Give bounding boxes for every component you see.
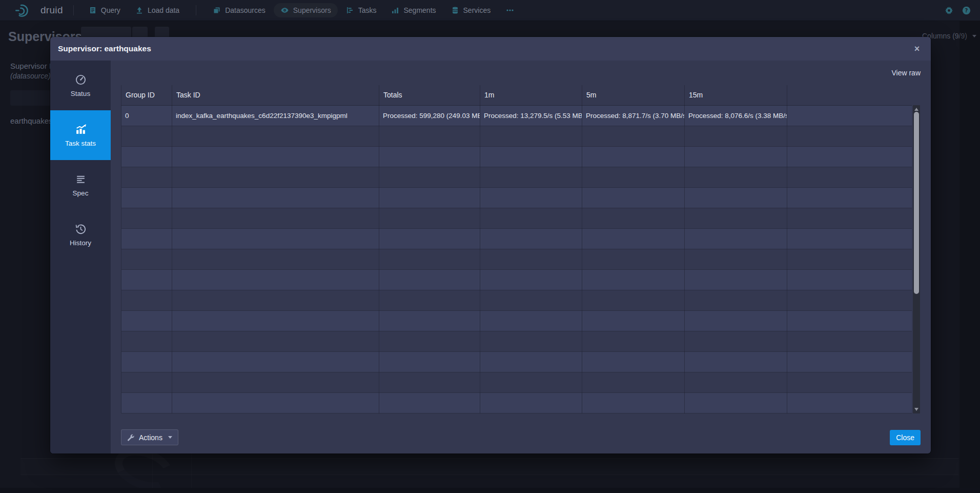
cell-empty: [480, 187, 582, 208]
cell-empty: [582, 167, 685, 187]
tab-task-stats[interactable]: Task stats: [50, 110, 111, 160]
nav-items: QueryLoad dataDatasourcesSupervisorsTask…: [82, 3, 521, 17]
cell-empty: [787, 126, 912, 146]
cell-empty: [685, 351, 787, 372]
cell-empty: [685, 372, 787, 392]
table-row-empty: [121, 208, 912, 228]
query-icon: [89, 6, 97, 14]
close-button[interactable]: Close: [890, 430, 921, 445]
cell-group-id: 0: [121, 105, 172, 126]
column-header-filler: [787, 85, 912, 105]
cell-empty: [379, 290, 480, 310]
bg-row-line: [21, 475, 958, 475]
cell-empty: [685, 269, 787, 290]
bg-right-edge: [959, 21, 980, 493]
cell-empty: [685, 331, 787, 351]
cell-empty: [582, 351, 685, 372]
table-row: 0index_kafka_earthquakes_c6d22f2137390e3…: [121, 105, 912, 126]
column-header-5m[interactable]: 5m: [582, 85, 685, 105]
nav-item-services[interactable]: Services: [444, 3, 498, 17]
cell-empty: [787, 187, 912, 208]
bg-toolbar-button[interactable]: [155, 27, 169, 38]
datasources-icon: [213, 6, 221, 14]
tab-status[interactable]: Status: [50, 61, 111, 110]
vertical-scrollbar[interactable]: [913, 105, 920, 413]
cell-empty: [787, 146, 912, 167]
view-raw-link[interactable]: View raw: [891, 69, 921, 77]
column-header-task-id[interactable]: Task ID: [172, 85, 379, 105]
cell-empty: [787, 331, 912, 351]
cell-empty: [379, 310, 480, 331]
cell-empty: [172, 187, 379, 208]
bg-table-row: [21, 458, 958, 475]
cell-empty: [379, 372, 480, 392]
cell-empty: [787, 392, 912, 413]
cell-empty: [685, 208, 787, 228]
scroll-up-arrow-icon[interactable]: [914, 108, 918, 111]
dialog-sidebar: StatusTask statsSpecHistory: [50, 61, 111, 453]
bg-column-line: [152, 453, 153, 488]
cell-5m: Processed: 8,871.7/s (3.70 MB/s): [582, 105, 685, 126]
cell-empty: [172, 269, 379, 290]
tab-label: Status: [71, 90, 90, 97]
cell-empty: [685, 310, 787, 331]
tasks-icon: [346, 6, 354, 14]
cell-empty: [582, 310, 685, 331]
table-row-empty: [121, 167, 912, 187]
cell-empty: [121, 208, 172, 228]
bg-toolbar-button[interactable]: [81, 27, 131, 38]
column-header-totals[interactable]: Totals: [379, 85, 480, 105]
scroll-down-arrow-icon[interactable]: [914, 408, 918, 411]
table-row-empty: [121, 249, 912, 269]
cell-empty: [480, 167, 582, 187]
tab-label: History: [70, 239, 91, 247]
cell-empty: [582, 290, 685, 310]
druid-logo[interactable]: druid: [14, 3, 63, 17]
column-header-15m[interactable]: 15m: [685, 85, 787, 105]
cell-empty: [121, 249, 172, 269]
nav-item-segments[interactable]: Segments: [384, 3, 442, 17]
table-row-empty: [121, 146, 912, 167]
nav-item-load-data[interactable]: Load data: [129, 3, 186, 17]
column-header-group-id[interactable]: Group ID: [121, 85, 172, 105]
column-header-1m[interactable]: 1m: [480, 85, 582, 105]
actions-button[interactable]: Actions: [121, 429, 178, 445]
cell-empty: [121, 351, 172, 372]
table-row-empty: [121, 187, 912, 208]
help-icon[interactable]: ?: [962, 6, 971, 15]
cell-empty: [121, 228, 172, 249]
cell-empty: [379, 351, 480, 372]
tab-spec[interactable]: Spec: [50, 160, 111, 210]
task-stats-table-wrap: Group IDTask IDTotals1m5m15m 0index_kafk…: [121, 85, 921, 413]
load-data-icon: [135, 6, 144, 14]
gear-icon[interactable]: [945, 6, 953, 15]
cell-empty: [480, 146, 582, 167]
history-clock-icon: [75, 223, 87, 235]
scrollbar-thumb[interactable]: [914, 112, 919, 294]
nav-item-more[interactable]: [499, 3, 521, 17]
cell-empty: [379, 126, 480, 146]
cell-filler: [787, 105, 912, 126]
cell-empty: [480, 290, 582, 310]
cell-empty: [379, 331, 480, 351]
bg-toolbar-button[interactable]: [132, 27, 148, 38]
cell-empty: [379, 187, 480, 208]
cell-empty: [172, 310, 379, 331]
nav-item-datasources[interactable]: Datasources: [206, 3, 272, 17]
cell-empty: [787, 351, 912, 372]
nav-item-supervisors[interactable]: Supervisors: [274, 3, 338, 17]
cell-empty: [480, 228, 582, 249]
supervisors-eye-icon: [280, 6, 289, 14]
cell-task-id: index_kafka_earthquakes_c6d22f2137390e3_…: [172, 105, 379, 126]
cell-empty: [121, 392, 172, 413]
cell-empty: [121, 167, 172, 187]
nav-item-tasks[interactable]: Tasks: [339, 3, 383, 17]
view-raw-row: View raw: [121, 61, 921, 85]
nav-item-query[interactable]: Query: [82, 3, 127, 17]
cell-empty: [582, 208, 685, 228]
cell-empty: [172, 290, 379, 310]
top-nav: druid QueryLoad dataDatasourcesSuperviso…: [0, 0, 980, 21]
tab-history[interactable]: History: [50, 210, 111, 260]
nav-item-label: Segments: [403, 6, 436, 14]
close-icon[interactable]: ×: [910, 42, 924, 55]
